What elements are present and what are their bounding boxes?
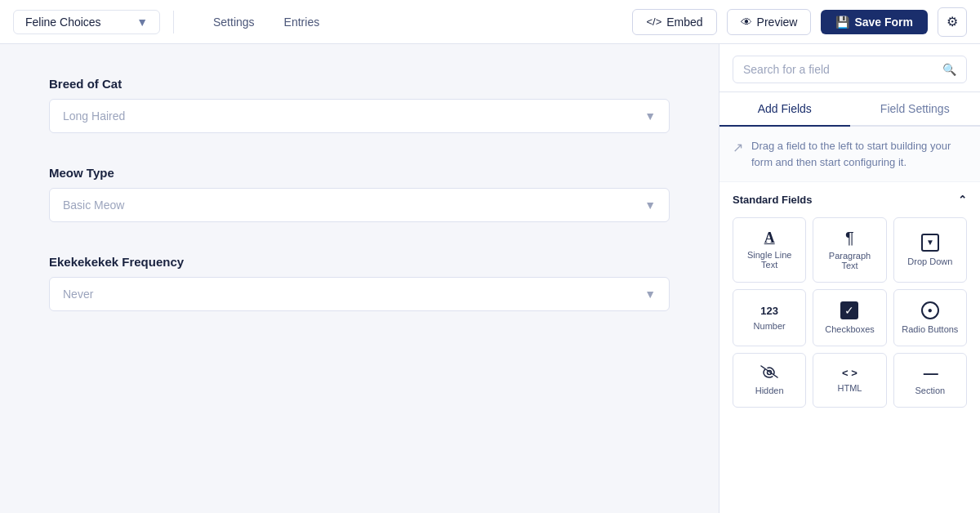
field-item-label: Radio Buttons xyxy=(902,324,958,334)
field-select-meow-value: Basic Meow xyxy=(63,199,124,212)
right-panel: 🔍 Add Fields Field Settings ↗ Drag a fie… xyxy=(719,44,980,513)
html-icon: < > xyxy=(842,368,858,378)
svg-point-0 xyxy=(768,371,772,375)
fields-grid: A Single Line Text ¶ Paragraph Text ▼ Dr… xyxy=(733,217,967,408)
field-select-freq[interactable]: Never ▼ xyxy=(49,277,670,311)
number-icon: 123 xyxy=(760,306,778,316)
topbar: Feline Choices ▼ Settings Entries </> Em… xyxy=(0,0,980,44)
main-layout: Breed of Cat Long Haired ▼ Meow Type Bas… xyxy=(0,44,980,513)
field-item-number[interactable]: 123 Number xyxy=(733,289,806,346)
field-item-dropdown[interactable]: ▼ Drop Down xyxy=(893,217,967,283)
field-item-section[interactable]: — Section xyxy=(893,353,967,408)
nav-settings[interactable]: Settings xyxy=(200,11,268,33)
radio-icon: ● xyxy=(921,301,939,319)
form-area: Breed of Cat Long Haired ▼ Meow Type Bas… xyxy=(0,44,719,513)
panel-tabs: Add Fields Field Settings xyxy=(719,92,980,127)
form-title: Feline Choices xyxy=(25,16,101,29)
search-input-wrapper: 🔍 xyxy=(733,56,967,83)
field-select-meow[interactable]: Basic Meow ▼ xyxy=(49,188,670,222)
field-select-breed[interactable]: Long Haired ▼ xyxy=(49,99,670,133)
field-select-breed-value: Long Haired xyxy=(63,109,125,123)
save-icon: 💾 xyxy=(835,16,849,29)
field-item-paragraph[interactable]: ¶ Paragraph Text xyxy=(813,217,886,283)
field-item-label: Hidden xyxy=(755,386,784,395)
field-select-freq-value: Never xyxy=(63,288,93,301)
field-item-label: HTML xyxy=(838,383,862,393)
nav-entries[interactable]: Entries xyxy=(271,11,333,33)
field-item-label: Paragraph Text xyxy=(820,251,879,270)
drag-hint-text: Drag a field to the left to start buildi… xyxy=(751,138,967,170)
field-item-label: Number xyxy=(754,321,786,331)
chevron-down-icon: ▼ xyxy=(644,109,656,123)
field-group-freq: Ekekekekek Frequency Never ▼ xyxy=(49,255,670,311)
tab-field-settings[interactable]: Field Settings xyxy=(850,92,981,127)
field-item-label: Single Line Text xyxy=(740,250,799,270)
single-line-icon: A xyxy=(764,230,775,245)
embed-button[interactable]: </> Embed xyxy=(632,9,716,35)
topbar-nav: Settings Entries xyxy=(200,11,332,33)
field-label-freq: Ekekekekek Frequency xyxy=(49,255,670,269)
collapse-icon[interactable]: ⌃ xyxy=(958,194,967,206)
checkbox-icon: ✓ xyxy=(840,301,858,319)
field-item-label: Drop Down xyxy=(907,256,952,266)
field-group-breed: Breed of Cat Long Haired ▼ xyxy=(49,77,670,133)
chevron-down-icon: ▼ xyxy=(136,16,148,29)
hidden-icon xyxy=(760,365,778,381)
drag-hint: ↗ Drag a field to the left to start buil… xyxy=(719,127,980,182)
embed-code-icon: </> xyxy=(646,16,662,28)
search-input[interactable] xyxy=(743,63,936,76)
settings-gear-button[interactable]: ⚙ xyxy=(938,7,967,37)
fields-section-header: Standard Fields ⌃ xyxy=(733,194,967,206)
chevron-down-icon: ▼ xyxy=(644,288,656,301)
search-icon: 🔍 xyxy=(942,63,956,76)
tab-add-fields[interactable]: Add Fields xyxy=(719,92,850,127)
eye-icon: 👁 xyxy=(741,16,752,29)
chevron-down-icon: ▼ xyxy=(644,199,656,212)
field-label-meow: Meow Type xyxy=(49,166,670,180)
field-item-html[interactable]: < > HTML xyxy=(813,353,886,408)
form-title-dropdown[interactable]: Feline Choices ▼ xyxy=(13,10,160,34)
search-bar: 🔍 xyxy=(719,44,980,92)
save-form-button[interactable]: 💾 Save Form xyxy=(821,10,928,34)
field-group-meow: Meow Type Basic Meow ▼ xyxy=(49,166,670,222)
section-icon: — xyxy=(924,366,937,381)
paragraph-icon: ¶ xyxy=(845,230,854,246)
field-label-breed: Breed of Cat xyxy=(49,77,670,91)
preview-button[interactable]: 👁 Preview xyxy=(727,9,812,35)
fields-section: Standard Fields ⌃ A Single Line Text ¶ P… xyxy=(719,182,980,513)
standard-fields-label: Standard Fields xyxy=(733,194,813,206)
topbar-divider xyxy=(173,11,174,33)
field-item-hidden[interactable]: Hidden xyxy=(733,353,806,408)
field-item-radio[interactable]: ● Radio Buttons xyxy=(893,289,967,346)
dropdown-icon: ▼ xyxy=(921,234,939,252)
field-item-label: Section xyxy=(915,386,945,395)
field-item-single-line[interactable]: A Single Line Text xyxy=(733,217,806,283)
gear-icon: ⚙ xyxy=(947,14,958,29)
field-item-checkboxes[interactable]: ✓ Checkboxes xyxy=(813,289,886,346)
cursor-icon: ↗ xyxy=(733,140,743,155)
field-item-label: Checkboxes xyxy=(825,324,875,334)
